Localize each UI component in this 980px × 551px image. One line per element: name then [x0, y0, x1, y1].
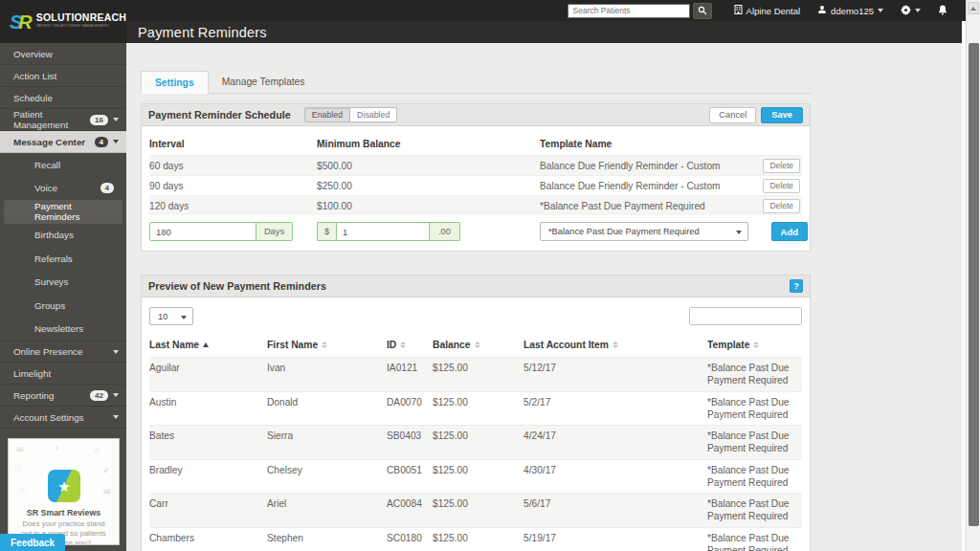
sidebar-item-patient-management[interactable]: Patient Management 16	[0, 109, 126, 131]
page-size-value: 10	[158, 312, 167, 321]
page-size-select[interactable]: 10	[149, 307, 193, 325]
scrollbar[interactable]	[966, 0, 980, 551]
schedule-row: 120 days $100.00 *Balance Past Due Payme…	[149, 195, 802, 215]
schedule-table-header: Interval Minimum Balance Template Name	[149, 132, 802, 155]
search-input[interactable]	[568, 4, 690, 18]
brand-tagline: PATIENT RELATIONSHIP MANAGEMENT	[36, 23, 182, 28]
delete-button[interactable]: Delete	[763, 159, 800, 173]
preview-panel-header: Preview of New Payment Reminders ?	[142, 276, 810, 298]
chevron-down-icon	[113, 140, 119, 143]
decorative-icons: ♡	[14, 464, 22, 474]
chevron-down-icon	[113, 393, 119, 397]
preview-panel-title: Preview of New Payment Reminders	[148, 280, 326, 292]
sidebar-item-birthdays[interactable]: Birthdays	[0, 224, 126, 248]
count-badge: 42	[90, 390, 108, 401]
sidebar-item-reporting[interactable]: Reporting 42	[0, 385, 126, 407]
payment-reminder-schedule-panel: Payment Reminder Schedule Enabled Disabl…	[141, 103, 811, 252]
chevron-down-icon	[181, 316, 187, 320]
promo-title: SR Smart Reviews	[9, 508, 119, 518]
delete-button[interactable]: Delete	[763, 179, 800, 193]
settings-menu[interactable]	[901, 5, 921, 17]
schedule-row: 90 days $250.00 Balance Due Friendly Rem…	[149, 175, 802, 195]
table-row: Carr Ariel AC0084 $125.00 5/6/17 *Balanc…	[149, 493, 802, 527]
schedule-table: Interval Minimum Balance Template Name 6…	[142, 126, 810, 251]
sidebar-item-surveys[interactable]: Surveys	[0, 271, 126, 295]
search-button[interactable]	[693, 3, 712, 19]
sidebar-item-overview[interactable]: Overview	[0, 43, 126, 65]
help-button[interactable]: ?	[790, 279, 803, 293]
table-row: Aguilar Ivan IA0121 $125.00 5/12/17 *Bal…	[149, 357, 802, 391]
chevron-down-icon	[113, 415, 119, 419]
sidebar-item-recall[interactable]: Recall	[0, 153, 126, 177]
scroll-up-button[interactable]	[968, 2, 979, 14]
sidebar-item-groups[interactable]: Groups	[0, 294, 126, 318]
delete-button[interactable]: Delete	[763, 199, 800, 213]
chevron-down-icon	[113, 118, 119, 121]
col-template[interactable]: Template	[707, 340, 802, 350]
bell-icon	[938, 5, 947, 17]
sidebar-item-account-settings[interactable]: Account Settings	[0, 407, 126, 429]
main-content: Settings Manage Templates Payment Remind…	[126, 43, 962, 551]
balance-input-group: $ .00	[317, 222, 460, 241]
col-template-name: Template Name	[540, 139, 743, 149]
currency-addon: $	[317, 222, 336, 241]
sidebar-item-action-list[interactable]: Action List	[0, 65, 126, 87]
cents-addon: .00	[430, 222, 460, 241]
sidebar-item-referrals[interactable]: Referrals	[0, 247, 126, 271]
username: ddemo125	[831, 6, 874, 16]
feedback-button[interactable]: Feedback	[0, 534, 65, 551]
sort-asc-icon	[203, 342, 209, 347]
tab-settings[interactable]: Settings	[141, 71, 209, 94]
practice-selector[interactable]: Alpine Dental	[734, 5, 801, 16]
sidebar: Overview Action List Schedule Patient Ma…	[0, 43, 126, 551]
col-first-name[interactable]: First Name	[267, 340, 387, 350]
cancel-button[interactable]: Cancel	[709, 107, 756, 123]
save-button[interactable]: Save	[761, 107, 803, 123]
interval-input[interactable]	[149, 222, 256, 241]
triangle-up-icon	[970, 7, 976, 11]
preview-table-header: Last Name First Name ID Balance	[149, 334, 802, 357]
chevron-down-icon	[113, 350, 119, 354]
disabled-button[interactable]: Disabled	[350, 107, 397, 122]
sidebar-item-message-center[interactable]: Message Center 4	[0, 131, 126, 153]
schedule-panel-header: Payment Reminder Schedule Enabled Disabl…	[142, 104, 810, 126]
scrollbar-thumb[interactable]	[969, 43, 979, 526]
preview-table: Last Name First Name ID Balance	[142, 334, 810, 551]
sidebar-item-newsletters[interactable]: Newsletters	[0, 318, 126, 342]
smart-reviews-logo-icon: ★	[48, 470, 80, 502]
chevron-down-icon	[736, 231, 742, 234]
col-last-name[interactable]: Last Name	[149, 340, 267, 350]
col-last-account-item[interactable]: Last Account Item	[523, 340, 707, 350]
decorative-icons: ☆	[93, 446, 100, 455]
sidebar-item-online-presence[interactable]: Online Presence	[0, 341, 126, 363]
table-row: Austin Donald DA0070 $125.00 5/2/17 *Bal…	[149, 391, 802, 426]
enable-toggle: Enabled Disabled	[304, 107, 398, 122]
sidebar-item-limelight[interactable]: Limelight	[0, 363, 126, 385]
table-row: Chambers Stephen SC0180 $125.00 5/19/17 …	[149, 527, 802, 551]
smart-reviews-promo-card[interactable]: ✉ ♪ ☆ ♡ ✓ ☆ ✉ ★ SR Smart Reviews Does yo…	[8, 438, 120, 545]
app-logo[interactable]: SR SOLUTIONREACH PATIENT RELATIONSHIP MA…	[0, 0, 126, 43]
sidebar-item-schedule[interactable]: Schedule	[0, 87, 126, 109]
sidebar-item-payment-reminders[interactable]: Payment Reminders	[4, 200, 122, 224]
minimum-balance-input[interactable]	[336, 222, 430, 241]
new-reminder-row: Days $ .00 *Balance Past Due Payment Req…	[149, 222, 802, 241]
template-select[interactable]: *Balance Past Due Payment Required	[540, 222, 748, 241]
notifications[interactable]	[938, 5, 947, 17]
sr-logo-icon: SR	[10, 12, 33, 32]
col-id[interactable]: ID	[387, 340, 433, 350]
decorative-icons: ✓	[102, 466, 110, 475]
preview-filter-input[interactable]	[689, 307, 802, 325]
decorative-icons: ✉	[16, 445, 24, 454]
building-icon	[734, 5, 743, 16]
message-center-submenu: Recall Voice 4 Payment Reminders Birthda…	[0, 153, 126, 341]
enabled-button[interactable]: Enabled	[304, 107, 350, 122]
search-icon	[698, 2, 707, 19]
col-balance[interactable]: Balance	[433, 340, 523, 350]
tab-manage-templates[interactable]: Manage Templates	[209, 71, 319, 93]
preview-panel: Preview of New Payment Reminders ? 10 La…	[141, 275, 811, 551]
interval-input-group: Days	[149, 222, 293, 241]
user-menu[interactable]: ddemo125	[817, 5, 883, 16]
add-button[interactable]: Add	[771, 222, 808, 241]
sidebar-item-voice[interactable]: Voice 4	[0, 177, 126, 201]
count-badge: 4	[95, 137, 108, 147]
